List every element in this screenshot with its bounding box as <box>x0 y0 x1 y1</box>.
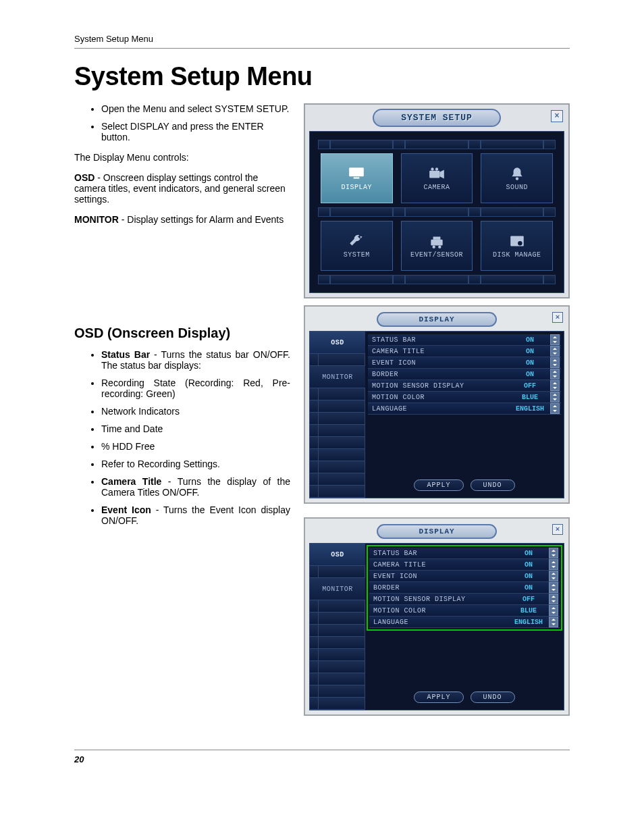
osd-b2: Recording State (Recording: Red, Pre-rec… <box>101 377 290 399</box>
section-osd: OSD (Onscreen Display) Status Bar - Turn… <box>74 298 570 729</box>
osd-b3: Network Indicators <box>101 406 290 417</box>
svg-point-12 <box>518 241 522 246</box>
options-list: STATUS BARON CAMERA TITLEON EVENT ICONON… <box>367 333 562 416</box>
page-number: 20 <box>74 754 570 764</box>
tile-camera[interactable]: CAMERA <box>401 153 473 203</box>
tile-system[interactable]: SYSTEM <box>321 221 393 271</box>
osd-b8: Event Icon - Turns the Event Icon displa… <box>101 504 290 526</box>
bottom-rule <box>74 750 570 750</box>
intro-bullet-1: Open the Menu and select SYSTEM SETUP. <box>101 103 290 114</box>
osd-b1: Status Bar - Turns the status bar ON/OFF… <box>101 349 290 371</box>
tile-label: SYSTEM <box>344 251 370 259</box>
svg-point-3 <box>431 167 433 170</box>
tile-label: EVENT/SENSOR <box>410 251 463 259</box>
svg-rect-7 <box>431 239 442 245</box>
bell-icon <box>508 166 527 181</box>
opt-camera-title[interactable]: CAMERA TITLEON <box>369 559 560 571</box>
spinner-icon[interactable] <box>550 380 560 391</box>
opt-event-icon[interactable]: EVENT ICONON <box>368 357 561 369</box>
tab-monitor[interactable]: MONITOR <box>310 366 365 388</box>
undo-button[interactable]: UNDO <box>471 692 515 703</box>
spinner-icon[interactable] <box>549 594 558 604</box>
svg-rect-2 <box>429 170 439 178</box>
spinner-icon[interactable] <box>549 548 558 558</box>
system-setup-grid: DISPLAY CAMERA SOUND <box>309 131 564 293</box>
svg-point-9 <box>433 245 435 248</box>
top-rule <box>74 48 570 49</box>
opt-language[interactable]: LANGUAGEENGLISH <box>368 403 561 415</box>
tile-label: DISPLAY <box>342 184 373 191</box>
opt-motion-color[interactable]: MOTION COLORBLUE <box>369 605 560 617</box>
section-intro: Open the Menu and select SYSTEM SETUP. S… <box>74 103 570 298</box>
display-icon <box>347 166 366 181</box>
svg-rect-8 <box>433 236 441 239</box>
spinner-icon[interactable] <box>549 605 558 616</box>
camera-icon <box>427 166 446 181</box>
opt-border[interactable]: BORDERON <box>369 582 560 594</box>
system-setup-title: SYSTEM SETUP <box>373 109 501 127</box>
opt-status-bar[interactable]: STATUS BARON <box>368 334 561 346</box>
intro-text: Open the Menu and select SYSTEM SETUP. S… <box>74 103 290 234</box>
close-icon[interactable]: × <box>552 524 563 535</box>
spinner-icon[interactable] <box>550 369 560 380</box>
svg-rect-1 <box>354 177 360 178</box>
disk-icon <box>508 234 527 249</box>
tile-label: CAMERA <box>424 184 450 191</box>
osd-b4: Time and Date <box>101 423 290 434</box>
apply-button[interactable]: APPLY <box>414 692 463 703</box>
opt-event-icon[interactable]: EVENT ICONON <box>369 571 560 582</box>
tab-osd[interactable]: OSD <box>310 332 365 354</box>
sensor-icon <box>427 234 446 249</box>
wrench-icon <box>347 234 366 249</box>
display-panel-title: DISPLAY <box>377 524 496 539</box>
close-icon[interactable]: × <box>551 110 563 122</box>
svg-marker-5 <box>439 170 444 178</box>
tile-label: SOUND <box>506 184 528 191</box>
running-header: System Setup Menu <box>74 34 570 44</box>
osd-heading: OSD (Onscreen Display) <box>74 325 290 341</box>
page: System Setup Menu System Setup Menu Open… <box>0 0 644 791</box>
spinner-icon[interactable] <box>550 403 560 414</box>
close-icon[interactable]: × <box>552 312 563 323</box>
opt-status-bar[interactable]: STATUS BARON <box>369 548 560 559</box>
opt-motion-sensor[interactable]: MOTION SENSOR DISPLAYOFF <box>369 594 560 605</box>
tile-display[interactable]: DISPLAY <box>321 153 393 203</box>
intro-p3: MONITOR - Display settings for Alarm and… <box>74 214 290 225</box>
undo-button[interactable]: UNDO <box>471 479 515 491</box>
svg-point-10 <box>438 245 441 248</box>
tab-monitor[interactable]: MONITOR <box>310 578 365 600</box>
spinner-icon[interactable] <box>549 582 558 593</box>
apply-button[interactable]: APPLY <box>414 479 463 491</box>
tile-label: DISK MANAGE <box>493 251 541 259</box>
display-panel-1: DISPLAY × OSD MONITOR <box>304 305 570 504</box>
osd-b6: Refer to Recording Settings. <box>101 459 290 469</box>
display-panel-2: DISPLAY × OSD MONITOR <box>304 517 570 716</box>
display-tabs: OSD MONITOR <box>310 332 365 498</box>
opt-camera-title[interactable]: CAMERA TITLEON <box>368 346 561 357</box>
tile-disk-manage[interactable]: DISK MANAGE <box>481 221 553 271</box>
intro-p1: The Display Menu controls: <box>74 152 290 163</box>
opt-language[interactable]: LANGUAGEENGLISH <box>369 617 560 628</box>
opt-motion-color[interactable]: MOTION COLORBLUE <box>368 392 561 403</box>
spinner-icon[interactable] <box>550 392 560 402</box>
tile-event-sensor[interactable]: EVENT/SENSOR <box>401 221 473 271</box>
intro-bullet-2: Select DISPLAY and press the ENTER butto… <box>101 121 290 142</box>
tile-sound[interactable]: SOUND <box>481 153 553 203</box>
spinner-icon[interactable] <box>549 617 558 627</box>
system-setup-panel: SYSTEM SETUP × DISPLAY C <box>304 103 570 298</box>
spinner-icon[interactable] <box>550 357 560 368</box>
page-title: System Setup Menu <box>74 62 570 91</box>
osd-b7: Camera Title - Turns the display of the … <box>101 476 290 498</box>
tab-osd[interactable]: OSD <box>310 544 365 566</box>
spinner-icon[interactable] <box>550 346 560 357</box>
spinner-icon[interactable] <box>550 334 560 345</box>
svg-point-4 <box>435 167 438 170</box>
intro-p2: OSD - Onscreen display settings control … <box>74 172 290 205</box>
svg-point-6 <box>516 177 518 180</box>
opt-border[interactable]: BORDERON <box>368 369 561 380</box>
display-tabs: OSD MONITOR <box>310 544 365 710</box>
spinner-icon[interactable] <box>549 571 558 581</box>
spinner-icon[interactable] <box>549 559 558 570</box>
opt-motion-sensor[interactable]: MOTION SENSOR DISPLAYOFF <box>368 380 561 392</box>
options-list-highlighted: STATUS BARON CAMERA TITLEON EVENT ICONON… <box>367 545 562 631</box>
